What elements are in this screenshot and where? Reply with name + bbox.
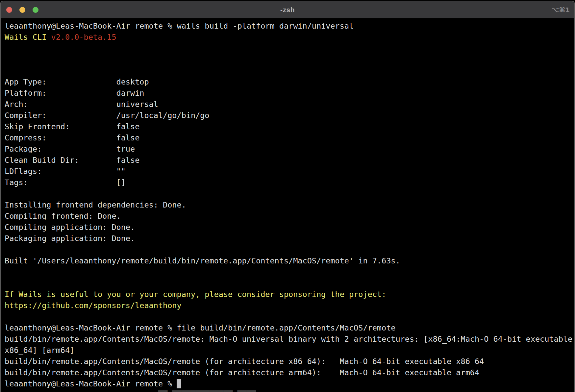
minimize-button[interactable]	[19, 7, 25, 13]
terminal-line: Packaging application: Done.	[5, 233, 574, 244]
terminal-text-segment: Installing frontend dependencies: Done.	[5, 200, 186, 209]
terminal-text-segment: Built '/Users/leaanthony/remote/build/bi…	[5, 256, 400, 265]
tab-shortcut-badge: ⌥⌘1	[551, 6, 570, 14]
terminal-line: Arch: universal	[5, 99, 574, 110]
terminal-line: LDFlags: ""	[5, 166, 574, 177]
terminal-text-segment: build/bin/remote.app/Contents/MacOS/remo…	[5, 357, 484, 366]
terminal-text-segment: build/bin/remote.app/Contents/MacOS/remo…	[5, 368, 479, 377]
close-button[interactable]	[6, 7, 12, 13]
terminal-line: x86_64] [arm64]	[5, 345, 574, 356]
traffic-lights	[1, 7, 38, 13]
terminal-line: Wails CLI v2.0.0-beta.15	[5, 32, 574, 43]
terminal-text-segment: leaanthony@Leas-MacBook-Air remote % wai…	[5, 21, 354, 31]
terminal-text-segment: App Type: desktop	[5, 77, 149, 86]
window-title: -zsh	[1, 6, 574, 14]
terminal-text-segment: Compiling application: Done.	[5, 223, 135, 232]
terminal-line: If Wails is useful to you or your compan…	[5, 289, 574, 300]
terminal-line: Platform: darwin	[5, 87, 574, 99]
terminal-text-segment: Compiling frontend: Done.	[5, 211, 121, 221]
terminal-text-segment: v2.0.0-beta.15	[51, 33, 116, 42]
terminal-line: leaanthony@Leas-MacBook-Air remote % wai…	[5, 20, 574, 32]
window-titlebar[interactable]: -zsh ⌥⌘1	[1, 1, 574, 18]
terminal-line: Clean Build Dir: false	[5, 155, 574, 166]
terminal-text-segment: Compress: false	[5, 133, 139, 142]
terminal-line: Built '/Users/leaanthony/remote/build/bi…	[5, 255, 574, 266]
terminal-line: Skip Frontend: false	[5, 121, 574, 132]
terminal-line: build/bin/remote.app/Contents/MacOS/remo…	[5, 356, 574, 367]
terminal-line	[5, 266, 574, 278]
terminal-line: App Type: desktop	[5, 76, 574, 87]
terminal-text-segment: build/bin/remote.app/Contents/MacOS/remo…	[5, 334, 572, 344]
terminal-text-segment: Arch: universal	[5, 100, 158, 109]
terminal-text-segment: If Wails is useful to you or your compan…	[5, 290, 386, 299]
terminal-line: Compiling application: Done.	[5, 222, 574, 233]
terminal-line	[5, 65, 574, 76]
terminal-text-segment: Package: true	[5, 144, 135, 154]
terminal-line: leaanthony@Leas-MacBook-Air remote %	[5, 378, 574, 389]
terminal-text-segment: leaanthony@Leas-MacBook-Air remote % fil…	[5, 323, 395, 332]
terminal-line-clipped: ██ █████████████ ████	[5, 389, 574, 392]
terminal-text-segment: Tags: []	[5, 178, 126, 187]
terminal-line: Tags: []	[5, 177, 574, 188]
terminal-text-segment: Clean Build Dir: false	[5, 156, 139, 165]
terminal-line: Compiler: /usr/local/go/bin/go	[5, 110, 574, 121]
terminal-line	[5, 188, 574, 199]
terminal-text-segment: Skip Frontend: false	[5, 122, 139, 131]
terminal-line: Installing frontend dependencies: Done.	[5, 199, 574, 210]
terminal-line	[5, 311, 574, 322]
terminal-body[interactable]: leaanthony@Leas-MacBook-Air remote % wai…	[1, 18, 574, 392]
terminal-window: -zsh ⌥⌘1 leaanthony@Leas-MacBook-Air rem…	[0, 1, 575, 392]
terminal-cursor	[177, 379, 181, 388]
zoom-button[interactable]	[33, 7, 38, 13]
terminal-text-segment: Packaging application: Done.	[5, 234, 135, 243]
terminal-line: Compiling frontend: Done.	[5, 210, 574, 222]
terminal-text-segment: https://github.com/sponsors/leaanthony	[5, 301, 182, 310]
terminal-line: leaanthony@Leas-MacBook-Air remote % fil…	[5, 322, 574, 333]
terminal-line: build/bin/remote.app/Contents/MacOS/remo…	[5, 367, 574, 378]
terminal-line	[5, 43, 574, 54]
terminal-text-segment: ██ █████████████ ████	[5, 390, 256, 392]
terminal-text-segment: Platform: darwin	[5, 88, 144, 98]
terminal-line: Compress: false	[5, 132, 574, 143]
terminal-line: Package: true	[5, 143, 574, 155]
terminal-line: build/bin/remote.app/Contents/MacOS/remo…	[5, 333, 574, 345]
terminal-line	[5, 244, 574, 255]
terminal-line	[5, 278, 574, 289]
terminal-text-segment: Wails CLI	[5, 33, 51, 42]
terminal-line	[5, 54, 574, 65]
terminal-text-segment: leaanthony@Leas-MacBook-Air remote %	[5, 379, 177, 388]
terminal-text-segment: x86_64] [arm64]	[5, 346, 74, 355]
terminal-text-segment: LDFlags: ""	[5, 167, 126, 176]
terminal-line: https://github.com/sponsors/leaanthony	[5, 300, 574, 311]
terminal-text-segment: Compiler: /usr/local/go/bin/go	[5, 111, 210, 120]
